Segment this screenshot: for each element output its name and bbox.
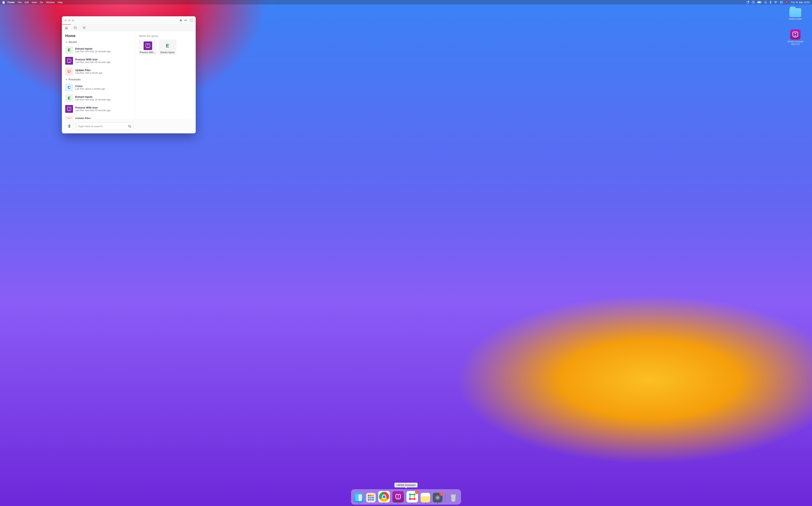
dock-app-uipath[interactable]: [392, 491, 404, 502]
apple-menu-icon[interactable]: [2, 1, 5, 4]
process-name: Cross: [75, 85, 105, 88]
dock-tooltip: UiPath Assistant: [394, 483, 418, 488]
process-icon: [65, 57, 73, 65]
left-pane: Home Recent EExtract InputsLast Run: les…: [62, 31, 135, 119]
svg-point-17: [69, 125, 69, 125]
svg-rect-4: [761, 2, 761, 3]
calendar-icon: [74, 26, 77, 29]
status-tray-icon[interactable]: [746, 1, 749, 4]
process-subtitle: Last Run: less than 20 seconds ago: [75, 109, 110, 112]
search-icon: [128, 124, 131, 128]
menu-window[interactable]: Window: [46, 1, 55, 4]
process-item[interactable]: Process With IconLast Run: less than 20 …: [62, 55, 135, 66]
processes-list: CCrossLast Run: about 2 months agoEExtra…: [62, 82, 135, 119]
menu-edit[interactable]: Edit: [25, 1, 29, 4]
section-processes-header[interactable]: Processes: [62, 77, 135, 82]
folder-icon: [789, 8, 801, 17]
tab-marketplace[interactable]: [80, 24, 89, 31]
card-label: Process With Ic...: [140, 51, 156, 54]
process-item[interactable]: CCrossLast Run: about 2 months ago: [62, 82, 135, 93]
input-source-indicator[interactable]: A: [752, 1, 755, 4]
svg-line-23: [130, 127, 131, 128]
connection-status-dot[interactable]: [180, 19, 182, 21]
dock-app-settings[interactable]: 1: [433, 493, 443, 502]
menubar-datetime[interactable]: Thu 31 Mar 19:53: [791, 1, 810, 4]
desktop-app-uipath[interactable]: UiPath Assistant 2022.4.0: [784, 29, 806, 46]
tab-home[interactable]: [62, 24, 71, 31]
menu-go[interactable]: Go: [40, 1, 43, 4]
home-icon: [65, 26, 68, 29]
process-name: Extract Inputs: [75, 95, 110, 98]
dock-app-slack[interactable]: 1: [407, 491, 418, 502]
robot-avatar[interactable]: [65, 122, 73, 131]
window-controls: [65, 19, 74, 21]
right-pane: Name this group Process With Ic...EExtra…: [135, 31, 196, 119]
badge: 1: [440, 492, 443, 496]
dock-app-finder[interactable]: [354, 493, 364, 502]
card-label: Extract Inputs: [160, 51, 174, 54]
page-title: Home: [62, 33, 135, 39]
section-recent-header[interactable]: Recent: [62, 39, 135, 45]
process-subtitle: Last Run: less than 20 seconds ago: [75, 61, 110, 64]
process-item[interactable]: UUpdate FilesLast Run: half a minute ago: [62, 66, 135, 77]
dock-app-notes[interactable]: [421, 493, 430, 502]
desktop-folder[interactable]: untitled folder: [789, 8, 802, 20]
search-wrap: [76, 122, 133, 130]
dock-app-chrome[interactable]: [378, 491, 390, 502]
user-initials[interactable]: AY: [184, 19, 187, 22]
menubar: Finder File Edit View Go Window Help A: [0, 0, 812, 4]
group-card[interactable]: EExtract Inputs: [159, 39, 176, 55]
section-recent-label: Recent: [69, 40, 77, 44]
process-name: Update Files: [75, 69, 102, 72]
zoom-button[interactable]: [72, 19, 74, 21]
wifi-icon[interactable]: [774, 1, 778, 4]
svg-point-1: [748, 1, 749, 2]
menu-help[interactable]: Help: [58, 1, 63, 4]
process-subtitle: Last Run: less than 20 seconds ago: [75, 50, 110, 53]
svg-point-5: [764, 1, 766, 3]
bluetooth-icon[interactable]: [769, 1, 771, 4]
control-center-icon[interactable]: [780, 1, 783, 3]
process-item[interactable]: EExtract InputsLast Run: less than 20 se…: [62, 93, 135, 103]
process-letter-icon: U: [65, 116, 73, 119]
process-item[interactable]: Process With IconLast Run: less than 20 …: [62, 103, 135, 114]
user-tray-icon[interactable]: [786, 1, 788, 4]
tab-bar: [62, 24, 196, 31]
dock-wrapper: UiPath Assistant 11: [351, 483, 461, 505]
menu-view[interactable]: View: [32, 1, 37, 4]
menu-file[interactable]: File: [18, 1, 22, 4]
desktop-icons-area: untitled folder UiPath Assistant 2022.4.…: [784, 8, 806, 46]
search-input[interactable]: [78, 124, 127, 128]
dock-app-launchpad[interactable]: [366, 493, 376, 502]
group-name-placeholder[interactable]: Name this group: [139, 34, 192, 37]
process-icon: [65, 105, 73, 113]
process-letter-icon: U: [65, 68, 73, 75]
window-titlebar[interactable]: AY: [62, 16, 196, 24]
group-card[interactable]: Process With Ic...: [139, 39, 157, 55]
dock: 11: [351, 489, 461, 505]
svg-line-6: [766, 3, 767, 4]
svg-rect-11: [74, 27, 76, 29]
search-box[interactable]: [76, 122, 133, 130]
process-name: Extract Inputs: [75, 47, 110, 50]
group-grid: Process With Ic...EExtract Inputs: [139, 39, 192, 55]
process-item[interactable]: EExtract InputsLast Run: less than 20 se…: [62, 45, 135, 55]
battery-icon[interactable]: [757, 1, 761, 3]
svg-rect-3: [758, 2, 760, 3]
card-letter-icon: E: [163, 41, 172, 50]
process-item[interactable]: UUpdate FilesLast Run: half a minute ago: [62, 114, 135, 119]
svg-point-16: [68, 124, 70, 126]
process-subtitle: Last Run: half a minute ago: [75, 72, 102, 74]
close-button[interactable]: [65, 19, 67, 21]
svg-point-22: [129, 125, 131, 127]
card-icon: [144, 41, 152, 50]
tab-reminders[interactable]: [71, 24, 80, 31]
menubar-app-name[interactable]: Finder: [7, 1, 15, 4]
process-subtitle: Last Run: about 2 months ago: [75, 88, 105, 90]
spotlight-icon[interactable]: [764, 1, 767, 4]
dock-trash[interactable]: [449, 493, 458, 502]
process-letter-icon: E: [65, 94, 73, 102]
minimize-button[interactable]: [68, 19, 70, 21]
desktop-app-label: UiPath Assistant 2022.4.0: [784, 40, 806, 46]
panel-toggle-icon[interactable]: [190, 19, 193, 22]
